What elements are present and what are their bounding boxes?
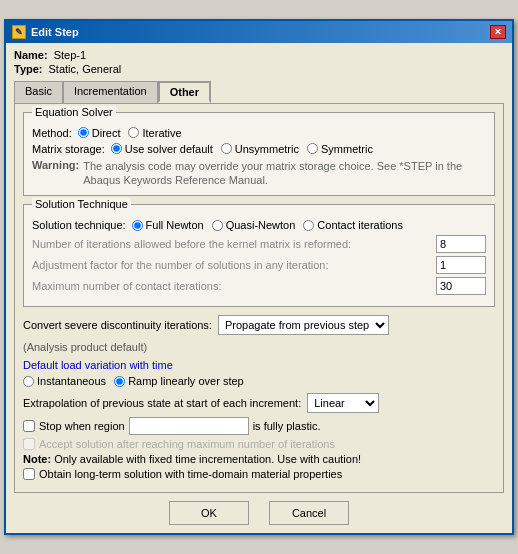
solution-contact-iterations-radio[interactable] [303,220,314,231]
matrix-solver-default-label: Use solver default [125,143,213,155]
default-load-title: Default load variation with time [23,359,495,371]
solution-technique-section: Solution Technique Solution technique: F… [23,204,495,307]
type-value: Static, General [49,63,122,75]
warning-row: Warning: The analysis code may override … [32,159,486,188]
obtain-text: Obtain long-term solution with time-doma… [39,468,342,480]
iterations-input[interactable] [436,235,486,253]
warning-text: The analysis code may override your matr… [83,159,486,188]
method-direct-radio[interactable] [78,127,89,138]
default-load-radio-group: Instantaneous Ramp linearly over step [23,375,495,387]
solution-contact-iterations[interactable]: Contact iterations [303,219,403,231]
load-ramp[interactable]: Ramp linearly over step [114,375,244,387]
accept-row: Accept solution after reaching maximum n… [23,438,495,450]
method-label: Method: [32,127,72,139]
matrix-storage-row: Matrix storage: Use solver default Unsym… [32,143,486,155]
tab-bar: Basic Incrementation Other [14,81,504,103]
matrix-unsymmetric-label: Unsymmetric [235,143,299,155]
extrapolation-select[interactable]: Linear Parabolic None [307,393,379,413]
equation-solver-title: Equation Solver [32,106,116,118]
solution-quasi-newton-label: Quasi-Newton [226,219,296,231]
matrix-symmetric[interactable]: Symmetric [307,143,373,155]
adjustment-input[interactable] [436,256,486,274]
name-row: Name: Step-1 [14,49,504,61]
load-instantaneous[interactable]: Instantaneous [23,375,106,387]
extrapolation-label: Extrapolation of previous state at start… [23,397,301,409]
accept-checkbox[interactable] [23,438,35,450]
adjustment-label: Adjustment factor for the number of solu… [32,259,430,271]
matrix-solver-default[interactable]: Use solver default [111,143,213,155]
convert-label: Convert severe discontinuity iterations: [23,319,212,331]
method-iterative-label: Iterative [142,127,181,139]
max-contact-input[interactable] [436,277,486,295]
analysis-default-text: (Analysis product default) [23,341,147,353]
method-direct-label: Direct [92,127,121,139]
type-row: Type: Static, General [14,63,504,75]
button-row: OK Cancel [14,501,504,525]
solution-full-newton-radio[interactable] [132,220,143,231]
iterations-label: Number of iterations allowed before the … [32,238,430,250]
title-bar-left: ✎ Edit Step [12,25,79,39]
edit-step-dialog: ✎ Edit Step ✕ Name: Step-1 Type: Static,… [4,19,514,536]
title-bar: ✎ Edit Step ✕ [6,21,512,43]
solution-contact-iterations-label: Contact iterations [317,219,403,231]
name-label: Name: [14,49,48,61]
max-contact-label: Maximum number of contact iterations: [32,280,430,292]
method-iterative[interactable]: Iterative [128,127,181,139]
matrix-unsymmetric[interactable]: Unsymmetric [221,143,299,155]
adjustment-row: Adjustment factor for the number of solu… [32,256,486,274]
type-label: Type: [14,63,43,75]
tab-other[interactable]: Other [158,81,211,103]
extrapolation-row: Extrapolation of previous state at start… [23,393,495,413]
tab-content-other: Equation Solver Method: Direct Iterative [14,103,504,494]
solution-quasi-newton[interactable]: Quasi-Newton [212,219,296,231]
cancel-button[interactable]: Cancel [269,501,349,525]
load-ramp-label: Ramp linearly over step [128,375,244,387]
note-label: Note: [23,453,51,465]
note-row: Note: Only available with fixed time inc… [23,453,495,465]
solution-technique-label: Solution technique: [32,219,126,231]
dialog-title: Edit Step [31,26,79,38]
obtain-row: Obtain long-term solution with time-doma… [23,468,495,480]
stop-suffix: is fully plastic. [253,420,321,432]
note-text: Only available with fixed time increment… [54,453,361,465]
matrix-unsymmetric-radio[interactable] [221,143,232,154]
obtain-checkbox[interactable] [23,468,35,480]
load-instantaneous-radio[interactable] [23,376,34,387]
convert-select[interactable]: Propagate from previous step Once per in… [218,315,389,335]
method-iterative-radio[interactable] [128,127,139,138]
name-value: Step-1 [54,49,86,61]
default-load-section: Default load variation with time Instant… [23,359,495,387]
load-ramp-radio[interactable] [114,376,125,387]
solution-quasi-newton-radio[interactable] [212,220,223,231]
matrix-radio-group: Use solver default Unsymmetric Symmetric [111,143,373,155]
load-instantaneous-label: Instantaneous [37,375,106,387]
dialog-body: Name: Step-1 Type: Static, General Basic… [6,43,512,534]
ok-button[interactable]: OK [169,501,249,525]
warning-label: Warning: [32,159,79,188]
tab-basic[interactable]: Basic [14,81,63,103]
tab-incrementation[interactable]: Incrementation [63,81,158,103]
stop-label: Stop when region [39,420,125,432]
stop-region-input[interactable] [129,417,249,435]
solution-technique-radio-group: Full Newton Quasi-Newton Contact iterati… [132,219,403,231]
matrix-solver-default-radio[interactable] [111,143,122,154]
solution-technique-title: Solution Technique [32,198,131,210]
solution-full-newton[interactable]: Full Newton [132,219,204,231]
max-contact-row: Maximum number of contact iterations: [32,277,486,295]
iterations-row: Number of iterations allowed before the … [32,235,486,253]
method-radio-group: Direct Iterative [78,127,182,139]
method-row: Method: Direct Iterative [32,127,486,139]
matrix-symmetric-label: Symmetric [321,143,373,155]
stop-checkbox[interactable] [23,420,35,432]
matrix-storage-label: Matrix storage: [32,143,105,155]
dialog-icon: ✎ [12,25,26,39]
stop-row: Stop when region is fully plastic. [23,417,495,435]
matrix-symmetric-radio[interactable] [307,143,318,154]
close-button[interactable]: ✕ [490,25,506,39]
solution-technique-row: Solution technique: Full Newton Quasi-Ne… [32,219,486,231]
equation-solver-section: Equation Solver Method: Direct Iterative [23,112,495,197]
solution-full-newton-label: Full Newton [146,219,204,231]
convert-row: Convert severe discontinuity iterations:… [23,315,495,353]
accept-text: Accept solution after reaching maximum n… [39,438,335,450]
method-direct[interactable]: Direct [78,127,121,139]
